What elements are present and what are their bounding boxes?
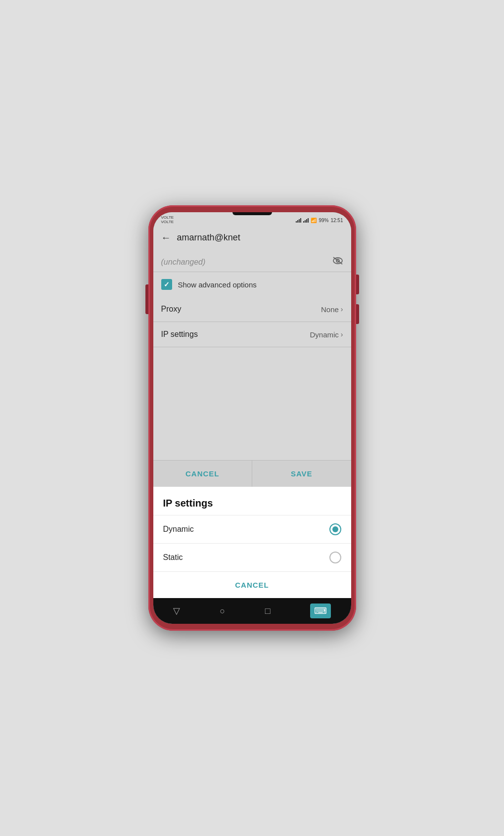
proxy-chevron-icon: › xyxy=(341,305,343,313)
ip-settings-value: Dynamic › xyxy=(310,330,343,339)
battery-label: 99% xyxy=(319,218,328,223)
cancel-button[interactable]: CANCEL xyxy=(153,461,252,487)
static-radio[interactable] xyxy=(329,552,341,563)
toggle-password-icon[interactable] xyxy=(332,256,343,268)
dialog-area: (unchanged) ✓ Show advanced options xyxy=(153,249,351,487)
advanced-options-label: Show advanced options xyxy=(178,280,257,289)
proxy-value: None › xyxy=(321,305,343,314)
back-button[interactable]: ← xyxy=(161,232,171,243)
ip-settings-row[interactable]: IP settings Dynamic › xyxy=(153,322,351,347)
password-input[interactable]: (unchanged) xyxy=(161,258,332,267)
keyboard-nav-icon[interactable]: ⌨ xyxy=(310,604,331,618)
save-button[interactable]: SAVE xyxy=(252,461,351,487)
nav-bar: ▽ ○ □ ⌨ xyxy=(153,598,351,624)
static-label: Static xyxy=(163,553,183,562)
recents-nav-icon[interactable]: □ xyxy=(265,606,271,616)
back-nav-icon[interactable]: ▽ xyxy=(173,605,180,616)
page-title: amarnath@knet xyxy=(177,232,240,243)
proxy-label: Proxy xyxy=(161,305,182,314)
home-nav-icon[interactable]: ○ xyxy=(220,606,225,616)
signal-icon xyxy=(296,218,301,223)
static-option[interactable]: Static xyxy=(153,543,351,571)
ip-settings-label: IP settings xyxy=(161,330,198,339)
sheet-cancel-button[interactable]: CANCEL xyxy=(153,571,351,598)
header: ← amarnath@knet xyxy=(153,226,351,249)
time-label: 12:51 xyxy=(330,218,343,223)
sim-info: VOLTE VOLTE xyxy=(161,216,174,225)
dynamic-radio[interactable] xyxy=(329,523,341,535)
advanced-options-checkbox[interactable]: ✓ xyxy=(161,279,172,290)
password-row: (unchanged) xyxy=(153,249,351,272)
sheet-title: IP settings xyxy=(153,487,351,515)
bottom-sheet: IP settings Dynamic Static CANCEL xyxy=(153,487,351,598)
proxy-setting-row[interactable]: Proxy None › xyxy=(153,297,351,322)
signal-icon-2 xyxy=(303,218,309,223)
wifi-icon: 📶 xyxy=(311,218,317,223)
advanced-options-row[interactable]: ✓ Show advanced options xyxy=(153,272,351,297)
ip-settings-chevron-icon: › xyxy=(341,330,343,338)
action-buttons: CANCEL SAVE xyxy=(153,460,351,487)
dynamic-label: Dynamic xyxy=(163,525,194,534)
status-right: 📶 99% 12:51 xyxy=(296,218,343,223)
dynamic-option[interactable]: Dynamic xyxy=(153,515,351,543)
